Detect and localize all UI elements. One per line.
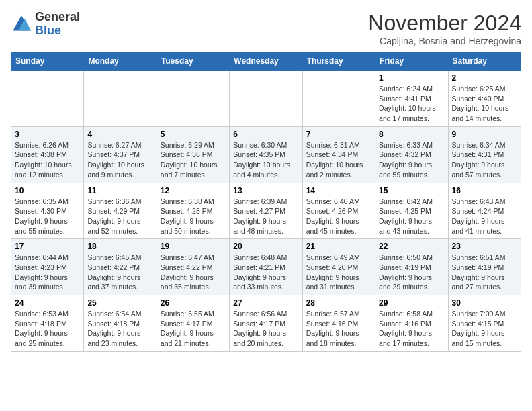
header-row: SundayMondayTuesdayWednesdayThursdayFrid…	[11, 52, 521, 71]
day-cell: 2Sunrise: 6:25 AM Sunset: 4:40 PM Daylig…	[448, 71, 521, 127]
day-cell: 8Sunrise: 6:33 AM Sunset: 4:32 PM Daylig…	[375, 126, 448, 183]
day-cell: 7Sunrise: 6:31 AM Sunset: 4:34 PM Daylig…	[302, 126, 375, 183]
day-number: 28	[306, 298, 371, 308]
day-cell: 16Sunrise: 6:43 AM Sunset: 4:24 PM Dayli…	[448, 183, 521, 239]
logo-icon	[11, 13, 32, 35]
day-number: 22	[379, 242, 444, 251]
day-cell: 3Sunrise: 6:26 AM Sunset: 4:38 PM Daylig…	[11, 126, 84, 183]
day-info: Sunrise: 6:24 AM Sunset: 4:41 PM Dayligh…	[379, 84, 444, 124]
day-cell: 26Sunrise: 6:55 AM Sunset: 4:17 PM Dayli…	[157, 295, 229, 352]
day-info: Sunrise: 6:53 AM Sunset: 4:18 PM Dayligh…	[15, 309, 80, 349]
week-row-2: 3Sunrise: 6:26 AM Sunset: 4:38 PM Daylig…	[11, 126, 521, 183]
day-number: 14	[306, 186, 371, 195]
day-info: Sunrise: 6:36 AM Sunset: 4:29 PM Dayligh…	[87, 197, 152, 236]
day-number: 3	[15, 130, 80, 139]
day-cell: 30Sunrise: 7:00 AM Sunset: 4:15 PM Dayli…	[448, 295, 521, 352]
day-number: 21	[306, 242, 371, 251]
header-cell-monday: Monday	[84, 52, 157, 71]
day-number: 24	[15, 298, 80, 308]
logo-general: General	[35, 10, 80, 24]
day-info: Sunrise: 6:57 AM Sunset: 4:16 PM Dayligh…	[306, 309, 371, 349]
calendar-table: SundayMondayTuesdayWednesdayThursdayFrid…	[11, 52, 521, 352]
day-cell	[302, 71, 375, 127]
location-subtitle: Capljina, Bosnia and Herzegovina	[368, 36, 521, 46]
day-number: 12	[161, 186, 226, 195]
day-info: Sunrise: 6:26 AM Sunset: 4:38 PM Dayligh…	[15, 140, 80, 180]
day-info: Sunrise: 6:42 AM Sunset: 4:25 PM Dayligh…	[379, 197, 444, 236]
day-info: Sunrise: 6:34 AM Sunset: 4:31 PM Dayligh…	[452, 140, 517, 180]
day-info: Sunrise: 6:44 AM Sunset: 4:23 PM Dayligh…	[15, 253, 80, 292]
day-cell	[11, 71, 84, 127]
day-info: Sunrise: 6:56 AM Sunset: 4:17 PM Dayligh…	[233, 309, 298, 349]
day-number: 17	[15, 242, 80, 251]
day-info: Sunrise: 6:50 AM Sunset: 4:19 PM Dayligh…	[379, 253, 444, 292]
week-row-4: 17Sunrise: 6:44 AM Sunset: 4:23 PM Dayli…	[11, 239, 521, 295]
day-info: Sunrise: 6:47 AM Sunset: 4:22 PM Dayligh…	[161, 253, 226, 292]
day-number: 23	[452, 242, 517, 251]
day-number: 1	[379, 73, 444, 83]
day-number: 27	[233, 298, 298, 308]
header: General Blue November 2024 Capljina, Bos…	[11, 11, 521, 46]
title-area: November 2024 Capljina, Bosnia and Herze…	[368, 11, 521, 46]
day-number: 4	[87, 130, 152, 139]
day-number: 9	[452, 130, 517, 139]
day-info: Sunrise: 6:31 AM Sunset: 4:34 PM Dayligh…	[306, 140, 371, 180]
day-cell	[157, 71, 229, 127]
day-number: 8	[379, 130, 444, 139]
logo: General Blue	[11, 11, 80, 38]
week-row-5: 24Sunrise: 6:53 AM Sunset: 4:18 PM Dayli…	[11, 295, 521, 352]
day-info: Sunrise: 6:29 AM Sunset: 4:36 PM Dayligh…	[161, 140, 226, 180]
day-cell: 15Sunrise: 6:42 AM Sunset: 4:25 PM Dayli…	[375, 183, 448, 239]
day-number: 18	[87, 242, 152, 251]
day-cell: 12Sunrise: 6:38 AM Sunset: 4:28 PM Dayli…	[157, 183, 229, 239]
day-number: 2	[452, 73, 517, 83]
day-number: 29	[379, 298, 444, 308]
day-number: 16	[452, 186, 517, 195]
day-cell: 23Sunrise: 6:51 AM Sunset: 4:19 PM Dayli…	[448, 239, 521, 295]
day-info: Sunrise: 6:51 AM Sunset: 4:19 PM Dayligh…	[452, 253, 517, 292]
day-info: Sunrise: 6:25 AM Sunset: 4:40 PM Dayligh…	[452, 84, 517, 124]
day-info: Sunrise: 6:33 AM Sunset: 4:32 PM Dayligh…	[379, 140, 444, 180]
calendar-body: 1Sunrise: 6:24 AM Sunset: 4:41 PM Daylig…	[11, 71, 521, 352]
day-info: Sunrise: 6:58 AM Sunset: 4:16 PM Dayligh…	[379, 309, 444, 349]
day-number: 19	[161, 242, 226, 251]
day-number: 10	[15, 186, 80, 195]
day-info: Sunrise: 6:39 AM Sunset: 4:27 PM Dayligh…	[233, 197, 298, 236]
day-number: 11	[87, 186, 152, 195]
day-cell	[230, 71, 302, 127]
week-row-1: 1Sunrise: 6:24 AM Sunset: 4:41 PM Daylig…	[11, 71, 521, 127]
day-info: Sunrise: 6:43 AM Sunset: 4:24 PM Dayligh…	[452, 197, 517, 236]
day-info: Sunrise: 6:40 AM Sunset: 4:26 PM Dayligh…	[306, 197, 371, 236]
day-cell: 24Sunrise: 6:53 AM Sunset: 4:18 PM Dayli…	[11, 295, 84, 352]
day-info: Sunrise: 6:54 AM Sunset: 4:18 PM Dayligh…	[87, 309, 152, 349]
day-number: 15	[379, 186, 444, 195]
day-cell: 5Sunrise: 6:29 AM Sunset: 4:36 PM Daylig…	[157, 126, 229, 183]
day-cell: 13Sunrise: 6:39 AM Sunset: 4:27 PM Dayli…	[230, 183, 302, 239]
day-number: 7	[306, 130, 371, 139]
day-cell: 29Sunrise: 6:58 AM Sunset: 4:16 PM Dayli…	[375, 295, 448, 352]
day-number: 30	[452, 298, 517, 308]
header-cell-friday: Friday	[375, 52, 448, 71]
month-title: November 2024	[368, 11, 521, 36]
day-cell: 18Sunrise: 6:45 AM Sunset: 4:22 PM Dayli…	[84, 239, 157, 295]
header-cell-sunday: Sunday	[11, 52, 84, 71]
day-cell: 25Sunrise: 6:54 AM Sunset: 4:18 PM Dayli…	[84, 295, 157, 352]
header-cell-wednesday: Wednesday	[230, 52, 302, 71]
week-row-3: 10Sunrise: 6:35 AM Sunset: 4:30 PM Dayli…	[11, 183, 521, 239]
day-cell: 20Sunrise: 6:48 AM Sunset: 4:21 PM Dayli…	[230, 239, 302, 295]
day-cell: 17Sunrise: 6:44 AM Sunset: 4:23 PM Dayli…	[11, 239, 84, 295]
day-info: Sunrise: 6:49 AM Sunset: 4:20 PM Dayligh…	[306, 253, 371, 292]
day-cell: 10Sunrise: 6:35 AM Sunset: 4:30 PM Dayli…	[11, 183, 84, 239]
day-number: 25	[87, 298, 152, 308]
day-info: Sunrise: 6:45 AM Sunset: 4:22 PM Dayligh…	[87, 253, 152, 292]
day-info: Sunrise: 6:48 AM Sunset: 4:21 PM Dayligh…	[233, 253, 298, 292]
day-info: Sunrise: 6:35 AM Sunset: 4:30 PM Dayligh…	[15, 197, 80, 236]
header-cell-tuesday: Tuesday	[157, 52, 229, 71]
day-cell: 28Sunrise: 6:57 AM Sunset: 4:16 PM Dayli…	[302, 295, 375, 352]
header-cell-thursday: Thursday	[302, 52, 375, 71]
day-cell: 19Sunrise: 6:47 AM Sunset: 4:22 PM Dayli…	[157, 239, 229, 295]
day-cell: 21Sunrise: 6:49 AM Sunset: 4:20 PM Dayli…	[302, 239, 375, 295]
day-cell: 9Sunrise: 6:34 AM Sunset: 4:31 PM Daylig…	[448, 126, 521, 183]
header-cell-saturday: Saturday	[448, 52, 521, 71]
day-cell: 11Sunrise: 6:36 AM Sunset: 4:29 PM Dayli…	[84, 183, 157, 239]
